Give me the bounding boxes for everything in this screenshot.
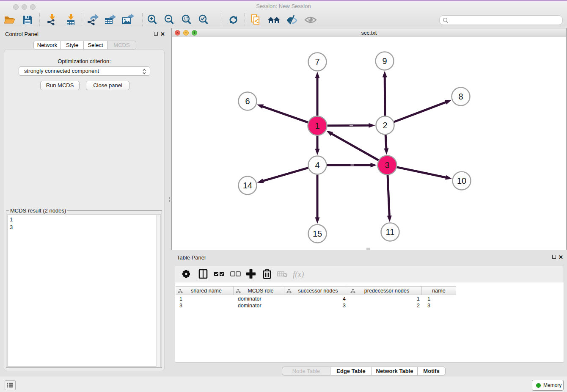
delete-column-icon[interactable]: [276, 267, 289, 281]
edge-arrowhead: [387, 215, 392, 222]
memory-button[interactable]: Memory: [532, 380, 564, 391]
run-mcds-button[interactable]: Run MCDS: [40, 81, 80, 90]
edge-arrowhead: [257, 179, 264, 183]
dropdown-chevrons-icon: [142, 68, 146, 75]
control-panel-title: Control Panel: [5, 31, 39, 37]
mcds-result-area[interactable]: 1 3: [7, 214, 161, 367]
tab-mcds[interactable]: MCDS: [107, 41, 136, 50]
window-title: Session: New Session: [0, 3, 567, 9]
show-column-icon[interactable]: [196, 267, 210, 281]
tab-network[interactable]: Network: [33, 41, 61, 50]
float-table-panel-icon[interactable]: [552, 255, 556, 259]
first-neighbors-icon[interactable]: [267, 13, 281, 27]
close-table-panel-icon[interactable]: ✕: [559, 255, 563, 259]
zoom-fit-icon[interactable]: [179, 13, 194, 27]
optimization-criterion-label: Optimization criterion:: [0, 58, 168, 64]
export-table-icon[interactable]: [102, 13, 117, 27]
edge-3-11[interactable]: [388, 175, 389, 217]
refresh-icon[interactable]: [226, 13, 241, 27]
table-row[interactable]: 1dominator411: [176, 295, 458, 302]
tab-style[interactable]: Style: [61, 41, 84, 50]
close-panel-icon[interactable]: ✕: [160, 32, 165, 36]
select-all-checkboxes-icon[interactable]: [212, 267, 226, 281]
column-type-icon: [178, 288, 183, 293]
network-window-title: scc.txt: [172, 30, 566, 36]
settings-gear-icon[interactable]: [179, 267, 193, 281]
manage-networks-icon[interactable]: [249, 13, 263, 27]
open-file-icon[interactable]: [2, 13, 17, 27]
tab-select[interactable]: Select: [84, 41, 107, 50]
search-field[interactable]: [439, 15, 563, 25]
network-window-titlebar[interactable]: × – + scc.txt: [172, 28, 566, 37]
node-label: 14: [243, 181, 252, 190]
task-history-button[interactable]: [5, 380, 16, 390]
search-input[interactable]: [450, 16, 560, 24]
import-table-icon[interactable]: [63, 13, 78, 27]
table-cell: 1: [350, 295, 424, 302]
edge-3-1[interactable]: [331, 133, 379, 160]
optimization-criterion-dropdown[interactable]: strongly connected component: [19, 66, 150, 76]
splitter-grip[interactable]: [169, 197, 170, 199]
delete-row-icon[interactable]: [260, 267, 274, 281]
edge-arrowhead: [445, 175, 452, 180]
result-scrollbar[interactable]: [156, 215, 160, 367]
node-label: 6: [245, 97, 250, 106]
tab-node-table[interactable]: Node Table: [282, 367, 330, 375]
tab-motifs[interactable]: Motifs: [418, 367, 446, 375]
export-network-icon[interactable]: [85, 13, 99, 27]
mcds-result-text: 1 3: [10, 216, 13, 231]
zoom-selected-icon[interactable]: [196, 13, 211, 27]
toolbar-separator: [245, 13, 245, 26]
memory-label: Memory: [543, 382, 561, 388]
edge-2-9[interactable]: [385, 76, 385, 116]
export-image-icon[interactable]: [120, 13, 135, 27]
table-row[interactable]: 3dominator323: [176, 302, 458, 309]
column-header-shared-name[interactable]: shared name: [176, 286, 234, 295]
import-network-icon[interactable]: [45, 13, 59, 27]
deselect-all-checkboxes-icon[interactable]: [229, 267, 242, 281]
splitter-grip[interactable]: [169, 200, 170, 202]
column-header-name[interactable]: name: [422, 286, 456, 295]
node-label: 8: [458, 92, 463, 101]
zoom-out-icon[interactable]: [162, 13, 176, 27]
hide-selected-icon[interactable]: [285, 13, 299, 27]
edge-3-10[interactable]: [397, 167, 447, 178]
edge-1-6[interactable]: [261, 106, 308, 122]
node-label: 3: [385, 160, 389, 170]
toolbar-separator: [221, 13, 221, 26]
edge-arrowhead: [257, 105, 264, 109]
show-all-icon[interactable]: [303, 13, 318, 27]
column-type-icon: [236, 288, 241, 293]
tab-edge-table[interactable]: Edge Table: [330, 367, 372, 375]
edge-4-14[interactable]: [262, 168, 308, 181]
edge-2-8[interactable]: [394, 102, 447, 122]
network-graph-canvas[interactable]: 1234678910111415: [172, 37, 566, 250]
table-cell: 4: [285, 295, 350, 302]
edge-arrowhead: [369, 123, 375, 128]
column-header-MCDS-role[interactable]: MCDS role: [234, 286, 284, 295]
canvas-grip[interactable]: [366, 248, 370, 250]
edge-1-2[interactable]: [327, 125, 370, 126]
node-label: 11: [386, 227, 395, 237]
column-header-successor-nodes[interactable]: successor nodes: [284, 286, 348, 295]
zoom-in-icon[interactable]: [145, 13, 160, 27]
control-panel-tabs: NetworkStyleSelectMCDS: [33, 41, 136, 50]
mcds-result-title: MCDS result (2 nodes): [9, 207, 67, 214]
node-label: 4: [315, 160, 319, 170]
table-cell: 3: [176, 302, 234, 309]
tab-network-table[interactable]: Network Table: [372, 367, 418, 375]
table-cell: 1: [424, 295, 458, 302]
edge-2-3[interactable]: [385, 135, 386, 149]
edge-arrowhead: [383, 71, 387, 77]
node-label: 2: [383, 121, 387, 130]
column-header-predecessor-nodes[interactable]: predecessor nodes: [348, 286, 422, 295]
mcds-result-box: MCDS result (2 nodes) 1 3: [6, 210, 162, 368]
node-label: 7: [315, 57, 319, 66]
edge-arrowhead: [445, 100, 451, 104]
save-session-icon[interactable]: [20, 13, 35, 27]
add-row-icon[interactable]: [244, 267, 258, 281]
function-builder-icon[interactable]: f(x): [291, 267, 305, 281]
close-panel-button[interactable]: Close panel: [86, 81, 129, 90]
svg-text:f(x): f(x): [293, 270, 304, 279]
float-panel-icon[interactable]: [154, 32, 158, 36]
